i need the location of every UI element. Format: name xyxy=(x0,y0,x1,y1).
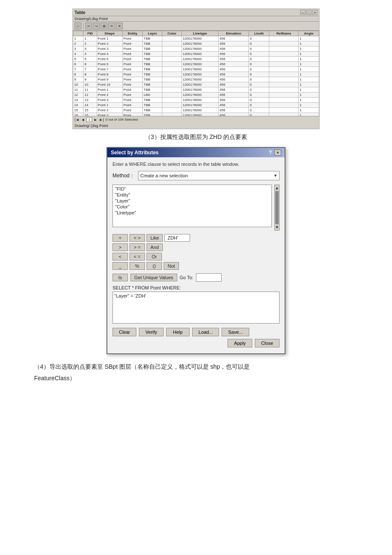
ops-row-3: < < = Or xyxy=(112,253,280,260)
help-button[interactable]: Help xyxy=(166,328,190,336)
table-titlebar: Table — □ × xyxy=(73,9,319,16)
table-screenshot-area: Table — □ × Drawing/Ldsg Point □ ↩ ↪ ⊞ ✏… xyxy=(72,9,320,129)
toolbar-separator xyxy=(83,23,84,29)
op-underscore-btn[interactable]: _ xyxy=(112,262,128,270)
table-row[interactable]: 77Point 7PointTBB120017600045601 xyxy=(73,67,319,72)
goto-input[interactable] xyxy=(196,273,222,282)
table-row[interactable]: 1515Point 2PointTBB120017600045601 xyxy=(73,108,319,113)
fields-scrollbar[interactable]: ▲ ▼ xyxy=(274,185,280,231)
op-or-btn[interactable]: Or xyxy=(147,253,162,260)
table-titlebar-buttons: — □ × xyxy=(300,10,317,15)
ops-row-4: _ % () Not xyxy=(112,262,280,270)
close-button[interactable]: Close xyxy=(255,339,280,347)
table-row[interactable]: 1313Point 3PointTBB120017600045601 xyxy=(73,98,319,103)
dialog-titlebar: Select by Attributes ? × xyxy=(107,148,285,157)
dialog-title: Select by Attributes xyxy=(111,150,159,156)
select-by-attributes-dialog: Select by Attributes ? × Enter a WHERE c… xyxy=(107,147,285,354)
table-row[interactable]: 1616Point 3PointTBB120017600045601 xyxy=(73,113,319,116)
dialog-container: Select by Attributes ? × Enter a WHERE c… xyxy=(9,147,383,354)
data-table: FIDShapeEntityLayerColorLinetypeElevatio… xyxy=(73,31,319,116)
toolbar-icon-2[interactable]: ↩ xyxy=(85,23,92,29)
method-select[interactable]: Create a new selection ▼ xyxy=(138,171,280,180)
field-item[interactable]: "Entity" xyxy=(114,192,271,198)
op-lte-btn[interactable]: < = xyxy=(130,253,145,260)
op-parens-btn[interactable]: () xyxy=(147,262,162,270)
method-select-value: Create a new selection xyxy=(140,173,188,178)
dialog-description: Enter a WHERE clause to select records i… xyxy=(112,162,280,167)
table-status-bar: Drawing/ (dsg Point xyxy=(73,123,319,129)
table-row[interactable]: 33Point 3PointTBB120017600045601 xyxy=(73,46,319,52)
step4-continuation: FeatureClass） xyxy=(34,375,383,382)
table-subtitle: Drawing/Ldsg Point xyxy=(73,16,319,22)
dialog-title-buttons: × xyxy=(274,150,281,156)
value-display: ZDH' xyxy=(164,234,190,242)
op-gt-btn[interactable]: > xyxy=(112,243,128,251)
bottom-buttons-row1: Clear Verify Help Load... Save... xyxy=(112,328,280,336)
table-title: Table xyxy=(75,10,85,15)
clear-button[interactable]: Clear xyxy=(112,328,136,336)
table-row[interactable]: 99Point 9PointTBB120017600045601 xyxy=(73,77,319,82)
is-btn[interactable]: Is xyxy=(112,274,128,281)
table-selection-count: 0 out of 104 Selected xyxy=(106,118,138,121)
sql-value: "Layer" = 'ZDH' xyxy=(114,293,146,298)
apply-button[interactable]: Apply xyxy=(228,339,252,347)
table-row[interactable]: 1414Point 1PointTBB120017600045601 xyxy=(73,103,319,108)
is-row: Is Get Unique Values Go To: xyxy=(112,273,280,282)
dialog-body: Enter a WHERE clause to select records i… xyxy=(107,157,285,353)
ops-row-1: = < > Like ZDH' xyxy=(112,234,280,242)
table-row[interactable]: 44Point 4PointTBB120017600045601 xyxy=(73,52,319,57)
toolbar-icon-6[interactable]: ✕ xyxy=(116,23,123,29)
sql-header: SELECT * FROM Point WHERE: xyxy=(112,285,280,290)
op-lt-btn[interactable]: < xyxy=(112,253,128,260)
table-row[interactable]: 66Point 6PointTBB120017600045601 xyxy=(73,62,319,67)
table-row[interactable]: 22Point 2PointTBB120017600045601 xyxy=(73,41,319,46)
sql-area[interactable]: "Layer" = 'ZDH' xyxy=(112,292,280,324)
op-notequal-btn[interactable]: < > xyxy=(130,234,145,242)
toolbar-icon-3[interactable]: ↪ xyxy=(93,23,100,29)
field-item[interactable]: "FID" xyxy=(114,186,271,192)
table-row[interactable]: 1212Point 2PointLBD120017600045601 xyxy=(73,92,319,98)
field-item[interactable]: "Color" xyxy=(114,204,271,210)
step4-text: （4）导出选取的点要素至 SBpt 图层（名称自己定义，格式可以是 shp，也可… xyxy=(34,362,383,371)
field-item[interactable]: "Layer" xyxy=(114,198,271,204)
verify-button[interactable]: Verify xyxy=(139,328,164,336)
step3-label: （3）按属性选取图层为 ZHD 的点要素 xyxy=(9,133,383,141)
unique-values-btn[interactable]: Get Unique Values xyxy=(130,274,177,281)
op-gte-btn[interactable]: > = xyxy=(130,243,145,251)
dialog-question-mark[interactable]: ? xyxy=(269,150,272,156)
op-equals-btn[interactable]: = xyxy=(112,234,128,242)
load-button[interactable]: Load... xyxy=(192,328,219,336)
goto-label: Go To: xyxy=(180,275,193,280)
table-row[interactable]: 55Point 5PointTBB120017600045601 xyxy=(73,57,319,62)
table-footer: |◄◄ 1 ►►| 0 out of 104 Selected xyxy=(73,116,319,123)
method-select-arrow: ▼ xyxy=(274,173,277,178)
op-percent-btn[interactable]: % xyxy=(130,262,145,270)
op-like-btn[interactable]: Like xyxy=(147,234,163,242)
fields-list[interactable]: "FID""Entity""Layer""Color""Linetype" xyxy=(112,185,272,227)
method-row: Method： Create a new selection ▼ xyxy=(112,171,280,180)
table-row[interactable]: 1010Point 10PointTBB120017600045601 xyxy=(73,82,319,87)
close-btn[interactable]: × xyxy=(312,10,317,15)
op-and-btn[interactable]: And xyxy=(147,243,163,251)
field-item[interactable]: "Linetype" xyxy=(114,210,271,216)
toolbar-icon-4[interactable]: ⊞ xyxy=(101,23,107,29)
dialog-close-btn[interactable]: × xyxy=(274,150,281,156)
dialog-title-right: ? × xyxy=(269,150,281,156)
maximize-btn[interactable]: □ xyxy=(306,10,311,15)
toolbar-icon-1[interactable]: □ xyxy=(75,23,81,29)
bottom-buttons-row2: Apply Close xyxy=(112,339,280,347)
table-row[interactable]: 1111Point 1PointTBB120017600045601 xyxy=(73,87,319,92)
toolbar-icon-5[interactable]: ✏ xyxy=(108,23,115,29)
method-label: Method： xyxy=(112,172,135,179)
op-not-btn[interactable]: Not xyxy=(164,262,179,270)
operators-section: = < > Like ZDH' > > = And < < = Or _ xyxy=(112,234,280,270)
ops-row-2: > > = And xyxy=(112,243,280,251)
table-toolbar: □ ↩ ↪ ⊞ ✏ ✕ xyxy=(73,22,319,31)
minimize-btn[interactable]: — xyxy=(300,10,306,15)
table-row[interactable]: 11Point 1PointTBB120017600045601 xyxy=(73,36,319,41)
save-button[interactable]: Save... xyxy=(222,328,249,336)
table-row[interactable]: 88Point 8PointTBB120017600045601 xyxy=(73,72,319,77)
